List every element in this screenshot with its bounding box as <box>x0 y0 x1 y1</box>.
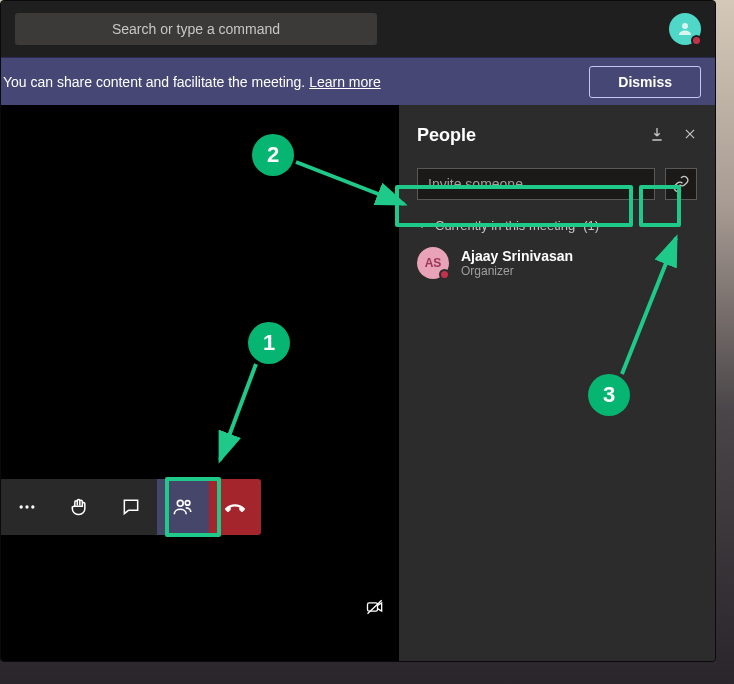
svg-point-2 <box>25 505 28 508</box>
copy-join-link-button[interactable] <box>665 168 697 200</box>
section-currently-in-meeting[interactable]: Currently in this meeting (1) <box>417 218 697 233</box>
banner-text: You can share content and facilitate the… <box>3 74 381 90</box>
link-icon <box>672 175 690 193</box>
people-panel-header: People <box>417 125 697 146</box>
learn-more-link[interactable]: Learn more <box>309 74 381 90</box>
dismiss-button[interactable]: Dismiss <box>589 66 701 98</box>
title-bar <box>1 1 715 57</box>
participant-avatar: AS <box>417 247 449 279</box>
invite-row <box>417 168 697 200</box>
show-participants-button[interactable] <box>157 479 209 535</box>
section-count: (1) <box>583 218 599 233</box>
camera-off-icon <box>365 597 385 617</box>
participant-role: Organizer <box>461 264 573 278</box>
ellipsis-icon <box>17 497 37 517</box>
teams-window: You can share content and facilitate the… <box>0 0 716 662</box>
camera-off-indicator <box>365 597 385 621</box>
presence-busy-icon <box>691 35 702 46</box>
participant-info: Ajaay Srinivasan Organizer <box>461 248 573 278</box>
chevron-down-icon <box>417 223 427 228</box>
people-panel-title: People <box>417 125 476 146</box>
download-attendance-button[interactable] <box>649 126 665 146</box>
info-banner: You can share content and facilitate the… <box>1 57 715 105</box>
meeting-controls <box>1 479 261 535</box>
svg-point-4 <box>177 500 183 506</box>
callout-badge-2: 2 <box>252 134 294 176</box>
close-panel-button[interactable] <box>683 127 697 145</box>
svg-rect-6 <box>368 603 378 611</box>
participant-row[interactable]: AS Ajaay Srinivasan Organizer <box>417 247 697 279</box>
hand-icon <box>69 497 89 517</box>
svg-point-5 <box>185 501 190 506</box>
raise-hand-button[interactable] <box>53 479 105 535</box>
invite-someone-input[interactable] <box>417 168 655 200</box>
avatar-initials: AS <box>425 256 442 270</box>
svg-point-1 <box>20 505 23 508</box>
avatar[interactable] <box>669 13 701 45</box>
person-icon <box>676 20 694 38</box>
callout-badge-1: 1 <box>248 322 290 364</box>
participant-name: Ajaay Srinivasan <box>461 248 573 264</box>
search-input[interactable] <box>15 13 377 45</box>
svg-point-3 <box>31 505 34 508</box>
people-icon <box>172 496 194 518</box>
people-panel: People <box>399 105 715 661</box>
hangup-icon <box>223 495 247 519</box>
video-area <box>1 105 399 661</box>
svg-point-0 <box>682 23 688 29</box>
download-icon <box>649 126 665 142</box>
callout-badge-3: 3 <box>588 374 630 416</box>
more-actions-button[interactable] <box>1 479 53 535</box>
chat-icon <box>121 497 141 517</box>
hang-up-button[interactable] <box>209 479 261 535</box>
presence-busy-icon <box>439 269 450 280</box>
close-icon <box>683 127 697 141</box>
section-label: Currently in this meeting <box>435 218 575 233</box>
chat-button[interactable] <box>105 479 157 535</box>
banner-message: You can share content and facilitate the… <box>3 74 309 90</box>
